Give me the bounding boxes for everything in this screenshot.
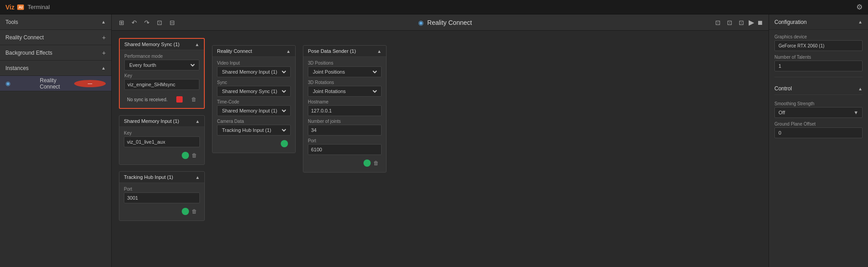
settings-icon[interactable]: ⚙: [856, 3, 863, 11]
sms-status-row: No sync is received. 🗑: [124, 94, 199, 104]
config-divider: [774, 77, 863, 77]
thi-port-field: Port 3001: [124, 187, 200, 203]
remove-instance-icon[interactable]: —: [74, 80, 106, 87]
sidebar-section-tools[interactable]: Tools ▲: [0, 14, 111, 30]
thi-port-value: 3001: [124, 192, 200, 203]
shared-memory-sync-node: Shared Memory Sync (1) ▲ Performance mod…: [119, 38, 205, 109]
content-area: ⊞ ↶ ↷ ⊡ ⊟ ◉ Reality Connect ⊡ ⊡ ⊡ ▶ ⏹: [112, 14, 769, 267]
pds-3drot-input[interactable]: Joint Rotations: [308, 86, 382, 97]
config-smoothing-chevron: ▼: [854, 110, 859, 115]
thi-check-icon: [182, 208, 189, 215]
pds-3drot-select[interactable]: Joint Rotations: [311, 88, 378, 94]
sms-node-body: Performance mode Every fourth Every othe…: [120, 50, 204, 108]
toolbar-zoom-out[interactable]: ⊡: [737, 18, 746, 27]
pds-3dpos-select[interactable]: Joint Positions: [311, 69, 378, 75]
rc-add-icon[interactable]: +: [102, 34, 106, 41]
play-button[interactable]: ▶: [749, 18, 754, 27]
pds-3d-pos-field: 3D Positions Joint Positions: [308, 61, 382, 77]
sidebar: Tools ▲ Reality Connect + Background Eff…: [0, 14, 112, 267]
pds-check-icon: [363, 159, 371, 167]
stop-button[interactable]: ⏹: [757, 19, 763, 26]
sidebar-section-tools-label: Tools: [5, 19, 18, 25]
thi-collapse-btn[interactable]: ▲: [195, 175, 200, 180]
smi-node-header: Shared Memory Input (1) ▲: [119, 116, 204, 127]
sidebar-section-rc-label: Reality Connect: [5, 34, 44, 41]
toolbar-zoom-fit[interactable]: ⊡: [713, 18, 722, 27]
smi-node-body: Key viz_01_live1_aux 🗑: [119, 127, 204, 164]
config-ground-label: Ground Plane Offset: [774, 122, 863, 126]
rc-collapse-btn[interactable]: ▲: [286, 49, 291, 54]
tools-chevron-icon: ▲: [101, 19, 106, 24]
toolbar-btn-2[interactable]: ↶: [130, 18, 139, 27]
toolbar-zoom-in[interactable]: ⊡: [725, 18, 734, 27]
middle-node-column: Reality Connect ▲ Video Input Shared Mem…: [212, 38, 296, 260]
pds-3dpos-input[interactable]: Joint Positions: [308, 66, 382, 77]
toolbar-btn-3[interactable]: ↷: [142, 18, 151, 27]
smi-collapse-btn[interactable]: ▲: [195, 119, 200, 124]
toolbar-title-section: ◉ Reality Connect: [180, 19, 710, 26]
sms-status-text: No sync is received.: [127, 97, 167, 102]
toolbar-btn-4[interactable]: ⊡: [155, 18, 164, 27]
rc-sync-select[interactable]: Shared Memory Sync (1): [220, 88, 288, 94]
sms-key-field: Key viz_engine_SHMsync: [124, 73, 199, 90]
sidebar-item-reality-connect[interactable]: ◉ Reality Connect —: [0, 76, 111, 91]
sidebar-section-instances-label: Instances: [5, 65, 28, 71]
config-panel: Configuration ▲ Graphics device GeForce …: [769, 14, 868, 267]
sidebar-section-instances[interactable]: Instances ▲: [0, 61, 111, 76]
ai-badge: AI: [17, 5, 24, 10]
config-talents-value: 1: [774, 61, 863, 71]
pds-trash-icon[interactable]: 🗑: [373, 160, 379, 166]
rc-sync-label: Sync: [217, 80, 291, 85]
pds-hostname-label: Hostname: [308, 99, 382, 104]
rc-video-select[interactable]: Shared Memory Input (1): [220, 69, 288, 75]
sidebar-section-bg-effects[interactable]: Background Effects +: [0, 45, 111, 61]
toolbar-btn-5[interactable]: ⊟: [168, 18, 177, 27]
config-ground-plane-field: Ground Plane Offset 0: [774, 122, 863, 138]
config-section-header: Configuration ▲: [769, 14, 868, 30]
sidebar-section-reality-connect[interactable]: Reality Connect +: [0, 30, 111, 45]
sms-perf-mode-field: Performance mode Every fourth Every othe…: [124, 54, 199, 70]
sms-node-title: Shared Memory Sync (1): [124, 42, 179, 47]
sms-collapse-btn[interactable]: ▲: [195, 42, 199, 47]
sidebar-item-rc-label: Reality Connect: [40, 77, 71, 90]
rc-node-title: Reality Connect: [217, 48, 252, 54]
smi-key-field: Key viz_01_live1_aux: [124, 131, 200, 147]
sms-key-value: viz_engine_SHMsync: [124, 79, 199, 90]
pds-collapse-btn[interactable]: ▲: [377, 49, 382, 54]
rc-camera-select[interactable]: Tracking Hub Input (1): [220, 127, 288, 133]
sms-trash-icon[interactable]: 🗑: [191, 96, 197, 103]
toolbar-btn-1[interactable]: ⊞: [117, 18, 126, 27]
config-talents-label: Number of Talents: [774, 55, 863, 60]
app-name: Terminal: [28, 4, 50, 10]
sms-perf-label: Performance mode: [124, 54, 199, 59]
canvas: Shared Memory Sync (1) ▲ Performance mod…: [112, 31, 769, 267]
rc-video-input[interactable]: Shared Memory Input (1): [217, 66, 291, 77]
config-smoothing-input[interactable]: Off ▼: [774, 107, 863, 118]
pds-port-field: Port 6100: [308, 138, 382, 155]
rc-sync-field: Sync Shared Memory Sync (1): [217, 80, 291, 97]
sms-perf-input[interactable]: Every fourth Every other All: [124, 60, 199, 70]
bg-add-icon[interactable]: +: [102, 49, 106, 56]
thi-trash-icon[interactable]: 🗑: [192, 208, 197, 215]
pds-joints-field: Number of joints 34: [308, 119, 382, 136]
rc-video-input-field: Video Input Shared Memory Input (1): [217, 61, 291, 77]
config-smoothing-field: Smoothing Strength Off ▼: [774, 101, 863, 118]
sms-perf-select[interactable]: Every fourth Every other All: [127, 62, 196, 68]
smi-check-icon: [182, 152, 189, 159]
rc-sync-input[interactable]: Shared Memory Sync (1): [217, 86, 291, 97]
rc-timecode-input[interactable]: Shared Memory Input (1): [217, 105, 291, 116]
sms-node-header: Shared Memory Sync (1) ▲: [120, 39, 204, 50]
sms-status-red-dot: [176, 96, 183, 103]
rc-timecode-field: Time-Code Shared Memory Input (1): [217, 99, 291, 116]
config-control-chevron: ▲: [858, 86, 863, 91]
thi-node-header: Tracking Hub Input (1) ▲: [119, 172, 204, 183]
pose-data-sender-node: Pose Data Sender (1) ▲ 3D Positions Join…: [303, 45, 387, 173]
smi-node-title: Shared Memory Input (1): [124, 118, 179, 124]
pds-hostname-value: 127.0.0.1: [308, 105, 382, 116]
smi-trash-icon[interactable]: 🗑: [192, 152, 197, 159]
titlebar: Viz AI Terminal ⚙: [0, 0, 868, 14]
config-smoothing-value: Off: [778, 110, 785, 115]
rc-timecode-select[interactable]: Shared Memory Input (1): [220, 108, 288, 114]
reality-connect-node: Reality Connect ▲ Video Input Shared Mem…: [212, 45, 296, 153]
rc-camera-input[interactable]: Tracking Hub Input (1): [217, 125, 291, 136]
